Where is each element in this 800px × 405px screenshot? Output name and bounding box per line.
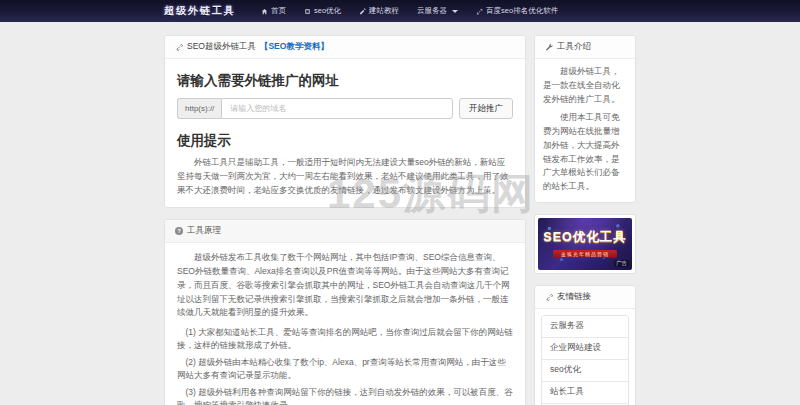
principle-intro: 超级外链发布工具收集了数千个网站网址，其中包括IP查询、SEO综合信息查询、SE…	[177, 251, 513, 320]
banner-subtitle: 蓝狐光年精品营销	[553, 250, 617, 258]
principle-title: 工具原理	[187, 225, 221, 237]
tips-heading: 使用提示	[177, 132, 513, 150]
tool-intro-title: 工具介绍	[557, 41, 591, 53]
friend-links-card: 友情链接 云服务器 企业网站建设 seo优化 站长工具 seo工具 外链工具 百…	[534, 285, 636, 405]
friend-link[interactable]: 企业网站建设	[542, 338, 628, 360]
friend-links-title: 友情链接	[557, 291, 591, 303]
friend-links-list: 云服务器 企业网站建设 seo优化 站长工具 seo工具 外链工具 百度seo排…	[541, 315, 629, 405]
principle-item: (2) 超级外链由本站精心收集了数个ip、Alexa、pr查询等站长常用查询网站…	[177, 356, 513, 382]
caret-down-icon	[452, 10, 458, 13]
banner-title: SEO优化工具	[543, 229, 626, 246]
book-icon	[304, 8, 311, 15]
tool-card-header: SEO超级外链工具 【SEO教学资料】	[165, 36, 525, 59]
ad-banner-card: SEO优化工具 蓝狐光年精品营销 广告	[534, 214, 636, 274]
domain-input[interactable]	[221, 98, 453, 119]
question-circle-icon: ?	[175, 227, 183, 235]
friend-link[interactable]: 站长工具	[542, 382, 628, 404]
friend-link[interactable]: seo优化	[542, 360, 628, 382]
tool-intro-p1: 超级外链工具，是一款在线全自动化发外链的推广工具。	[543, 65, 627, 106]
seo-tool-ad-banner[interactable]: SEO优化工具 蓝狐光年精品营销 广告	[538, 218, 632, 270]
nav-menu: 首页 seo优化 建站教程 云服务器 百度seo排名优化软件	[252, 0, 567, 22]
tool-intro-header: 工具介绍	[535, 36, 635, 59]
friend-link[interactable]: 云服务器	[542, 316, 628, 338]
pencil-icon	[359, 8, 366, 15]
link-icon	[175, 43, 183, 51]
principle-panel: ? 工具原理 超级外链发布工具收集了数千个网站网址，其中包括IP查询、SEO综合…	[164, 219, 526, 405]
sidebar: 工具介绍 超级外链工具，是一款在线全自动化发外链的推广工具。 使用本工具可免费为…	[534, 35, 636, 405]
wrench-icon	[545, 43, 553, 51]
start-promotion-button[interactable]: 开始推广	[459, 98, 513, 119]
home-icon	[261, 8, 268, 15]
site-logo[interactable]: 超级外链工具	[164, 4, 236, 18]
tool-intro-card: 工具介绍 超级外链工具，是一款在线全自动化发外链的推广工具。 使用本工具可免费为…	[534, 35, 636, 203]
seo-material-link[interactable]: 【SEO教学资料】	[260, 41, 329, 53]
principle-header: ? 工具原理	[165, 220, 525, 243]
ad-badge: 广告	[614, 260, 629, 267]
main-column: SEO超级外链工具 【SEO教学资料】 请输入需要外链推广的网址 http(s)…	[164, 35, 526, 405]
url-input-group: http(s):// 开始推广	[177, 98, 513, 119]
page-content: 125源码网 SEO超级外链工具 【SEO教学资料】 请输入需要外链推广的网址 …	[164, 35, 636, 405]
top-navbar: 超级外链工具 首页 seo优化 建站教程 云服务器 百度seo排名优化软件	[0, 0, 800, 22]
tool-intro-p2: 使用本工具可免费为网站在线批量增加外链，大大提高外链发布工作效率，是广大草根站长…	[543, 111, 627, 194]
friend-links-header: 友情链接	[535, 286, 635, 309]
tips-text: 外链工具只是辅助工具，一般适用于短时间内无法建设大量seo外链的新站，新站应坚持…	[177, 156, 513, 197]
nav-item-home[interactable]: 首页	[252, 0, 295, 22]
tool-card: SEO超级外链工具 【SEO教学资料】 请输入需要外链推广的网址 http(s)…	[164, 35, 526, 208]
nav-item-cloud-server[interactable]: 云服务器	[408, 0, 467, 22]
tool-card-title: SEO超级外链工具	[187, 41, 256, 53]
nav-item-seo[interactable]: seo优化	[295, 0, 350, 22]
form-heading: 请输入需要外链推广的网址	[177, 72, 513, 90]
link-icon	[476, 8, 483, 15]
principle-item: (1) 大家都知道站长工具、爱站等查询排名的网站吧，当你查询过后就会留下你的网站…	[177, 326, 513, 352]
protocol-prefix: http(s)://	[177, 98, 221, 119]
nav-item-tutorial[interactable]: 建站教程	[350, 0, 408, 22]
principle-item: (3) 超级外链利用各种查询网站留下你的链接，达到自动发外链的效果，可以被百度、…	[177, 386, 513, 405]
nav-item-baidu-seo[interactable]: 百度seo排名优化软件	[467, 0, 567, 22]
link-icon	[545, 293, 553, 301]
